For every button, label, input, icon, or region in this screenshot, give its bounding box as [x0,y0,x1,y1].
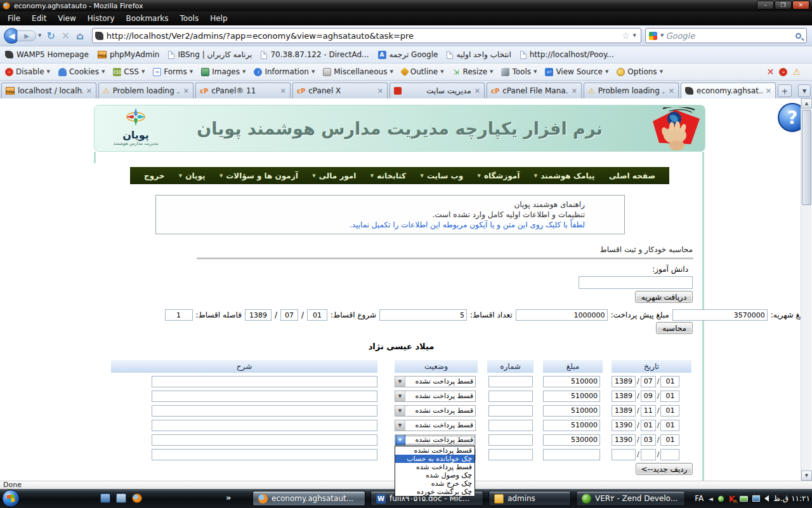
status-select-open[interactable]: ▼قسط پرداخت نشده [395,434,476,446]
menu-view[interactable]: View [53,13,81,24]
warning-triangle-icon[interactable]: ⚠ [792,67,801,77]
home-icon[interactable]: ⌂ [76,30,83,42]
webdev-disable[interactable]: –Disable▼ [5,67,50,76]
menu-home[interactable]: صفحه اصلی [609,171,655,180]
kaspersky-icon[interactable]: K⚠ [729,494,735,504]
dropdown-option[interactable]: چک وصول شده [395,471,475,479]
menu-website[interactable]: وب سایت▼ [420,171,463,180]
number-input[interactable] [488,434,533,446]
installment-interval-input[interactable] [165,309,193,321]
tab-close-icon[interactable]: ✕ [572,87,577,95]
status-select[interactable]: ▼قسط پرداخت نشده [395,376,476,387]
language-indicator[interactable]: FA [695,494,704,503]
start-year-input[interactable] [245,309,272,321]
select-arrow-icon[interactable]: ▼ [395,391,405,401]
task-zend[interactable]: VER۲ - Zend Develo... [576,491,685,506]
search-bar[interactable]: ▼ [645,28,807,43]
calculate-button[interactable]: محاسبه [656,322,693,334]
start-button[interactable] [2,490,20,507]
number-input[interactable] [488,449,533,460]
quicklaunch-overflow-chevron[interactable]: » [226,493,231,502]
menu-exams[interactable]: آزمون ها و سؤالات▼ [219,171,298,180]
start-month-input[interactable] [280,309,298,321]
amount-input[interactable] [543,434,600,446]
menu-edit[interactable]: Edit [27,13,51,24]
tab-cpanel-x[interactable]: cPcPanel X✕ [292,83,388,98]
menu-logout[interactable]: خروج [144,171,164,180]
menu-help[interactable]: Help [205,13,232,24]
url-input[interactable] [107,31,620,41]
description-input[interactable] [152,449,377,460]
network-icon[interactable] [752,495,760,502]
menu-file[interactable]: File [3,13,25,24]
task-firefox-economy[interactable]: economy.aghsataut... [252,491,365,506]
year-input[interactable] [612,376,636,387]
webdev-view-source[interactable]: ↩View Source▼ [545,67,608,76]
scrollbar-thumb[interactable] [802,110,811,205]
search-input[interactable] [665,31,796,41]
tab-close-icon[interactable]: ✕ [377,87,383,95]
help-line-3[interactable]: لطفاً با کلیک روی این متن و یا آیکون مرب… [161,220,585,230]
webdev-images[interactable]: Images▼ [201,67,246,76]
menu-school[interactable]: آموزشگاه▼ [478,171,520,180]
list-all-tabs-button[interactable]: ▼ [798,84,811,97]
dropdown-option-highlighted[interactable]: چک خوابانده به حساب [395,455,475,463]
number-input[interactable] [488,391,533,402]
bookmark-google-translate[interactable]: Aترجمه Google [378,50,438,59]
start-day-input[interactable] [307,309,327,321]
dropdown-option[interactable]: قسط پرداخت نشده [395,446,475,455]
select-arrow-icon[interactable]: ▼ [395,377,405,387]
number-input[interactable] [488,420,533,431]
tab-phpmyadmin[interactable]: PMAlocalhost / localh...✕ [1,83,96,98]
month-input[interactable] [641,449,656,460]
tab-close-icon[interactable]: ✕ [183,87,189,95]
firefox-quicklaunch-icon[interactable] [132,493,142,503]
bookmark-ibsng[interactable]: IBSng | برنامه کاربران [168,50,252,59]
tab-site-management[interactable]: مدیریت سایت✕ [390,83,485,98]
description-input[interactable] [152,405,377,417]
forward-button[interactable]: ▶ [17,30,36,41]
search-icon[interactable] [796,33,801,39]
dropdown-option[interactable]: چک برگشت خورده [395,488,475,496]
amount-input[interactable] [543,420,600,431]
status-select[interactable]: ▼قسط پرداخت نشده [395,420,476,431]
new-row-button[interactable]: ردیف جدید--> [636,463,693,475]
taskbar-clock[interactable]: ق.ظ ۱۱:۲۱ [773,494,810,503]
tab-cpanel-file-manager[interactable]: cPcPanel File Mana...✕ [487,83,582,98]
description-input[interactable] [152,391,377,402]
day-input[interactable] [660,376,679,387]
month-input[interactable] [641,405,656,417]
webdev-tools[interactable]: Tools▼ [501,67,537,76]
history-dropdown-icon[interactable]: ▼ [38,33,41,38]
error-circle-icon[interactable]: – [779,68,787,76]
battery-icon[interactable] [740,496,748,502]
select-arrow-icon[interactable]: ▼ [395,406,405,416]
select-arrow-icon[interactable]: ▼ [395,435,405,445]
status-select[interactable]: ▼قسط پرداخت نشده [395,405,476,417]
day-input[interactable] [660,405,679,417]
day-input[interactable] [660,391,679,402]
bookmark-wamp5[interactable]: WAMP5 Homepage [5,50,89,59]
installment-count-input[interactable] [379,309,467,321]
amount-input[interactable] [543,376,600,387]
bookmark-directadmin[interactable]: 70.38.87.122 - DirectAd... [261,50,369,59]
amount-input[interactable] [543,449,600,460]
status-select[interactable]: ▼قسط پرداخت نشده [395,391,476,402]
amount-input[interactable] [543,405,600,417]
url-dropdown-icon[interactable]: ▼ [633,33,636,38]
month-input[interactable] [641,434,656,446]
amount-input[interactable] [543,391,600,402]
help-box[interactable]: راهنمای هوشمند پویان تنظیمات و اطلاعات ا… [155,195,625,234]
restore-button[interactable]: ❐ [775,1,792,10]
tab-close-icon[interactable]: ✕ [86,87,92,95]
description-input[interactable] [152,434,377,446]
student-input[interactable] [579,276,693,289]
year-input[interactable] [612,391,636,402]
scroll-up-icon[interactable]: ▲ [801,98,812,109]
tab-close-icon[interactable]: ✕ [475,87,480,95]
page-scrollbar[interactable]: ▲ ▼ [801,98,811,481]
close-button[interactable]: ✕ [792,1,809,10]
minimize-button[interactable]: – [757,1,774,10]
bookmark-star-icon[interactable]: ☆ [622,30,630,41]
url-bar[interactable]: ☆ ▼ [92,28,641,43]
